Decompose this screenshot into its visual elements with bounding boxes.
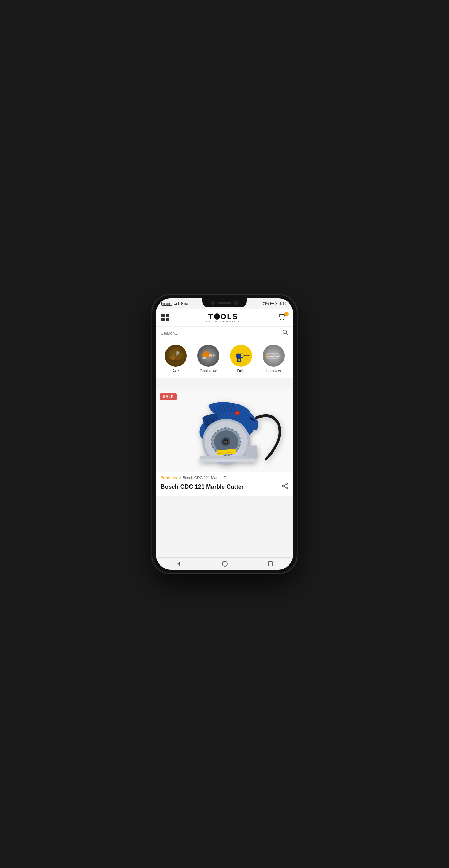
chainsaw-label: Chainsaw xyxy=(200,369,216,373)
recents-button[interactable] xyxy=(262,560,279,568)
search-icon[interactable] xyxy=(282,329,288,337)
svg-point-38 xyxy=(224,441,227,443)
search-bar xyxy=(156,327,293,340)
hacksaw-label: Hacksaw xyxy=(266,369,281,373)
product-tool-svg: BOSCH BOSCH Universal xyxy=(163,389,286,472)
chainsaw-tool-image xyxy=(200,347,217,364)
status-bar: VoWiFi ⊜ 3G 73% xyxy=(156,298,293,309)
section-gap-1 xyxy=(156,378,293,384)
svg-marker-14 xyxy=(248,355,250,356)
phone-screen: VoWiFi ⊜ 3G 73% xyxy=(156,298,293,570)
network-label: 3G xyxy=(184,302,188,305)
search-input[interactable] xyxy=(161,331,282,336)
app-header: TOLS SHOP SERVICE 0 xyxy=(156,309,293,327)
product-image: BOSCH BOSCH Universal xyxy=(156,389,293,472)
home-button[interactable] xyxy=(216,559,233,568)
svg-line-45 xyxy=(284,484,286,486)
logo-text: TOLS xyxy=(206,312,240,321)
speaker xyxy=(218,302,231,304)
svg-rect-13 xyxy=(243,355,248,356)
cart-button[interactable]: 0 xyxy=(277,313,288,322)
breadcrumb-separator: > xyxy=(179,476,181,480)
menu-grid-button[interactable] xyxy=(161,314,169,321)
breadcrumb-products-link[interactable]: Products xyxy=(161,476,177,480)
signal-icon xyxy=(174,302,179,305)
wifi-icon: ⊜ xyxy=(180,302,183,305)
svg-rect-49 xyxy=(268,562,273,566)
svg-point-0 xyxy=(280,319,281,320)
back-button[interactable] xyxy=(170,559,187,568)
battery-icon xyxy=(270,302,277,305)
product-title-row: Bosch GDC 121 Marble Cutter xyxy=(161,481,288,494)
drill-label: Drill xyxy=(237,369,244,373)
svg-point-42 xyxy=(286,483,288,485)
chainsaw-circle xyxy=(197,345,219,367)
categories-section: Axe xyxy=(156,340,293,378)
svg-rect-17 xyxy=(238,359,240,361)
svg-rect-41 xyxy=(246,445,258,458)
breadcrumb-current-page: Bosch GDC 121 Marble Cutter xyxy=(183,476,234,480)
logo-subtitle: SHOP SERVICE xyxy=(206,320,240,323)
breadcrumb-section: Products > Bosch GDC 121 Marble Cutter B… xyxy=(156,472,293,496)
notch xyxy=(202,298,247,307)
status-bar-left: VoWiFi ⊜ 3G xyxy=(161,302,188,306)
section-gap-2 xyxy=(156,384,293,389)
svg-line-3 xyxy=(286,333,288,335)
svg-point-43 xyxy=(283,485,284,487)
cart-badge: 0 xyxy=(284,312,289,316)
svg-point-1 xyxy=(283,319,284,320)
share-button[interactable] xyxy=(281,482,288,491)
front-camera xyxy=(211,301,215,305)
phone-frame: VoWiFi ⊜ 3G 73% xyxy=(152,295,297,573)
logo-area: TOLS SHOP SERVICE xyxy=(206,312,240,323)
category-chainsaw[interactable]: Chainsaw xyxy=(197,345,219,373)
carrier-label: VoWiFi xyxy=(161,302,172,306)
category-hacksaw[interactable]: Hacksaw xyxy=(263,345,285,373)
bottom-nav xyxy=(156,557,293,570)
svg-point-48 xyxy=(222,561,227,566)
svg-rect-16 xyxy=(241,354,244,357)
svg-point-44 xyxy=(286,487,288,489)
svg-rect-11 xyxy=(202,357,206,359)
breadcrumb: Products > Bosch GDC 121 Marble Cutter xyxy=(161,476,288,480)
hacksaw-tool-image xyxy=(265,347,282,364)
status-bar-right: 73% 4:19 xyxy=(263,302,286,306)
sale-badge: SALE xyxy=(160,393,177,400)
svg-marker-47 xyxy=(177,561,180,566)
svg-rect-9 xyxy=(209,354,214,356)
svg-line-46 xyxy=(284,486,286,488)
product-title: Bosch GDC 121 Marble Cutter xyxy=(161,483,281,490)
category-axe[interactable]: Axe xyxy=(165,345,187,373)
product-card: SALE xyxy=(156,389,293,496)
svg-point-22 xyxy=(236,412,238,414)
category-drill[interactable]: Drill xyxy=(230,345,252,373)
front-sensor xyxy=(234,301,238,305)
drill-tool-image xyxy=(232,347,250,364)
axe-tool-image xyxy=(167,347,184,364)
app-content: TOLS SHOP SERVICE 0 xyxy=(156,309,293,557)
axe-circle xyxy=(165,345,187,367)
time-label: 4:19 xyxy=(279,302,286,306)
battery-percent: 73% xyxy=(263,302,269,305)
hacksaw-circle xyxy=(263,345,285,367)
svg-rect-19 xyxy=(266,354,268,358)
axe-label: Axe xyxy=(172,369,179,373)
drill-circle xyxy=(230,345,252,367)
